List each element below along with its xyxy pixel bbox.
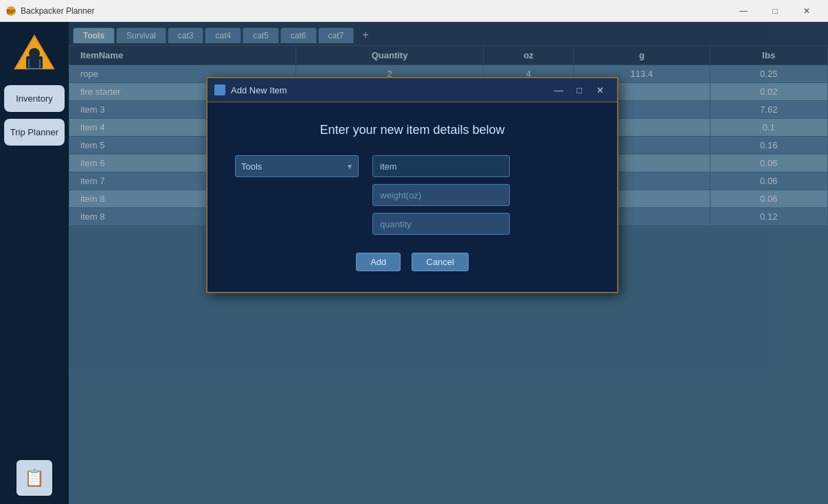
- modal-actions: Add Cancel: [356, 253, 469, 271]
- close-button[interactable]: ✕: [791, 0, 823, 22]
- minimize-button[interactable]: —: [728, 0, 759, 22]
- category-select-wrapper: Tools Survival cat3 cat4 cat5 cat6 cat7 …: [235, 155, 359, 177]
- weight-input[interactable]: [372, 184, 510, 206]
- modal-overlay: Add New Item — □ ✕ Enter your new item d…: [69, 22, 828, 504]
- modal-minimize-button[interactable]: —: [548, 82, 569, 98]
- sidebar-logo: [7, 27, 62, 82]
- quantity-input[interactable]: [372, 213, 510, 235]
- maximize-button[interactable]: □: [759, 0, 791, 22]
- cancel-button[interactable]: Cancel: [412, 253, 468, 271]
- trip-planner-button[interactable]: Trip Planner: [4, 119, 65, 146]
- window-controls: — □ ✕: [728, 0, 823, 22]
- sidebar-bottom: 📋: [16, 460, 52, 496]
- modal-title: Add New Item: [231, 85, 548, 95]
- notes-icon[interactable]: 📋: [16, 460, 52, 496]
- modal-body: Enter your new item details below Tools …: [208, 102, 617, 292]
- modal-titlebar: Add New Item — □ ✕: [208, 78, 617, 102]
- title-bar: BP Backpacker Planner — □ ✕: [0, 0, 828, 22]
- modal-inputs-row: Tools Survival cat3 cat4 cat5 cat6 cat7 …: [235, 155, 590, 235]
- app-title: Backpacker Planner: [21, 6, 728, 16]
- category-select[interactable]: Tools Survival cat3 cat4 cat5 cat6 cat7: [235, 155, 359, 177]
- svg-point-4: [29, 48, 40, 59]
- modal-maximize-button[interactable]: □: [569, 82, 590, 98]
- item-name-input[interactable]: [372, 155, 510, 177]
- add-button[interactable]: Add: [356, 253, 401, 271]
- modal-instruction: Enter your new item details below: [320, 123, 504, 137]
- app-icon: BP: [5, 5, 16, 16]
- item-fields: [372, 155, 510, 235]
- svg-text:BP: BP: [7, 8, 15, 15]
- add-item-dialog: Add New Item — □ ✕ Enter your new item d…: [206, 77, 618, 293]
- modal-icon: [214, 84, 225, 95]
- inventory-button[interactable]: Inventory: [4, 85, 65, 112]
- sidebar: Inventory Trip Planner 📋: [0, 22, 69, 504]
- modal-close-button[interactable]: ✕: [590, 82, 610, 98]
